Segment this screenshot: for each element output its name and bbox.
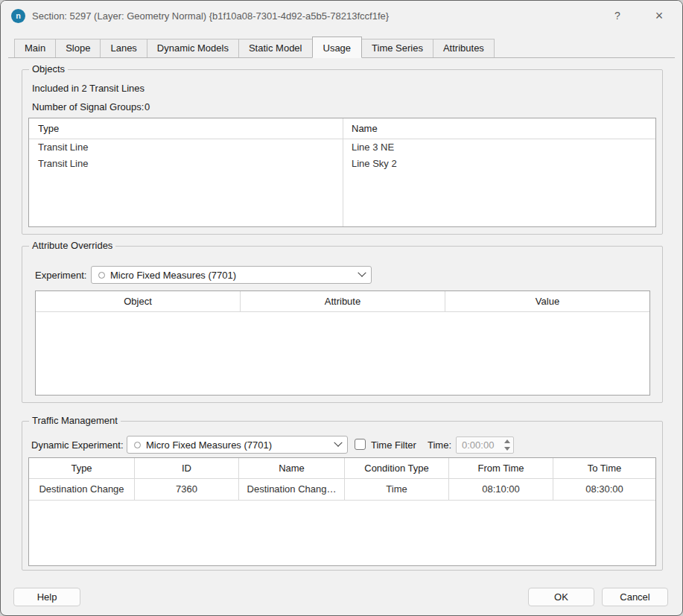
tab-bar: Main Slope Lanes Dynamic Models Static M…: [8, 38, 675, 58]
help-icon[interactable]: ?: [605, 5, 630, 26]
header-condition-type[interactable]: Condition Type: [345, 458, 449, 478]
traffic-management-header: Type ID Name Condition Type From Time To…: [29, 458, 655, 479]
header-type[interactable]: Type: [29, 458, 135, 478]
objects-header-name[interactable]: Name: [343, 118, 655, 139]
column-divider[interactable]: [343, 118, 343, 226]
chevron-down-icon: [334, 439, 342, 447]
tab-slope[interactable]: Slope: [55, 39, 101, 57]
cell-to-time[interactable]: 08:30:00: [553, 479, 655, 501]
dynamic-experiment-combobox-value: Micro Fixed Measures (7701): [146, 439, 335, 451]
section-dialog: n Section: 5297 (Layer: Geometry Normal)…: [0, 0, 683, 616]
chevron-down-icon: [358, 269, 366, 277]
attribute-overrides-table: Object Attribute Value: [35, 290, 650, 396]
cell-type[interactable]: Transit Line: [29, 139, 343, 156]
app-icon: n: [11, 9, 25, 23]
attribute-overrides-group: Attribute Overrides Experiment: Micro Fi…: [22, 246, 663, 403]
header-id[interactable]: ID: [135, 458, 239, 478]
cell-from-time[interactable]: 08:10:00: [449, 479, 553, 501]
traffic-management-group: Traffic Management Dynamic Experiment: M…: [22, 421, 663, 571]
objects-table: Type Name Transit Line Line 3 NE Transit…: [28, 118, 656, 227]
signal-groups-label: Number of Signal Groups:: [32, 101, 144, 112]
time-label: Time:: [428, 439, 451, 451]
cell-name[interactable]: Line 3 NE: [343, 139, 655, 156]
header-object[interactable]: Object: [36, 291, 241, 311]
time-spinbox[interactable]: 0:00:00: [456, 436, 514, 454]
dynamic-experiment-label: Dynamic Experiment:: [31, 439, 124, 451]
experiment-combobox[interactable]: Micro Fixed Measures (7701): [91, 266, 372, 284]
experiment-type-icon: [98, 272, 105, 279]
close-icon[interactable]: ×: [647, 5, 672, 26]
cell-type[interactable]: Transit Line: [29, 156, 343, 172]
tab-main[interactable]: Main: [14, 39, 56, 57]
objects-group: Objects Included in 2 Transit Lines Numb…: [22, 69, 663, 235]
cell-condition-type[interactable]: Time: [345, 479, 449, 501]
ok-button[interactable]: OK: [528, 588, 594, 606]
tab-dynamic-models[interactable]: Dynamic Models: [147, 39, 239, 57]
experiment-type-icon: [134, 442, 141, 448]
objects-group-title: Objects: [29, 63, 68, 74]
included-transit-lines-text: Included in 2 Transit Lines: [32, 83, 144, 94]
time-spinbox-value: 0:00:00: [457, 437, 501, 453]
signal-groups-value: 0: [144, 101, 150, 112]
cell-id[interactable]: 7360: [135, 479, 239, 501]
table-row[interactable]: Destination Change 7360 Destination Chan…: [29, 479, 655, 501]
window-title: Section: 5297 (Layer: Geometry Normal) {…: [32, 10, 605, 22]
header-attribute[interactable]: Attribute: [241, 291, 445, 311]
tab-usage[interactable]: Usage: [312, 36, 363, 58]
attribute-overrides-group-title: Attribute Overrides: [29, 240, 115, 251]
attribute-overrides-header: Object Attribute Value: [36, 291, 649, 312]
spin-up-icon[interactable]: [501, 437, 513, 445]
experiment-combobox-value: Micro Fixed Measures (7701): [110, 270, 359, 281]
titlebar: n Section: 5297 (Layer: Geometry Normal)…: [1, 1, 682, 31]
header-from-time[interactable]: From Time: [449, 458, 553, 478]
cancel-button[interactable]: Cancel: [602, 588, 668, 606]
spin-buttons: [501, 437, 513, 453]
cell-name[interactable]: Line Sky 2: [343, 156, 655, 172]
time-filter-checkbox[interactable]: [355, 439, 366, 450]
traffic-management-table: Type ID Name Condition Type From Time To…: [28, 457, 656, 566]
tab-lanes[interactable]: Lanes: [100, 39, 147, 57]
cell-name[interactable]: Destination Chang…: [239, 479, 345, 501]
header-name[interactable]: Name: [239, 458, 345, 478]
traffic-management-group-title: Traffic Management: [29, 415, 121, 426]
tab-time-series[interactable]: Time Series: [361, 39, 433, 57]
spin-down-icon[interactable]: [501, 445, 513, 454]
header-to-time[interactable]: To Time: [553, 458, 655, 478]
time-filter-label: Time Filter: [371, 439, 416, 451]
help-button[interactable]: Help: [13, 588, 80, 606]
header-value[interactable]: Value: [445, 291, 649, 311]
tab-static-model[interactable]: Static Model: [238, 39, 313, 57]
experiment-label: Experiment:: [35, 270, 86, 281]
cell-type[interactable]: Destination Change: [29, 479, 135, 501]
objects-header-type[interactable]: Type: [29, 118, 343, 139]
tab-attributes[interactable]: Attributes: [433, 39, 495, 57]
dynamic-experiment-combobox[interactable]: Micro Fixed Measures (7701): [127, 436, 348, 454]
